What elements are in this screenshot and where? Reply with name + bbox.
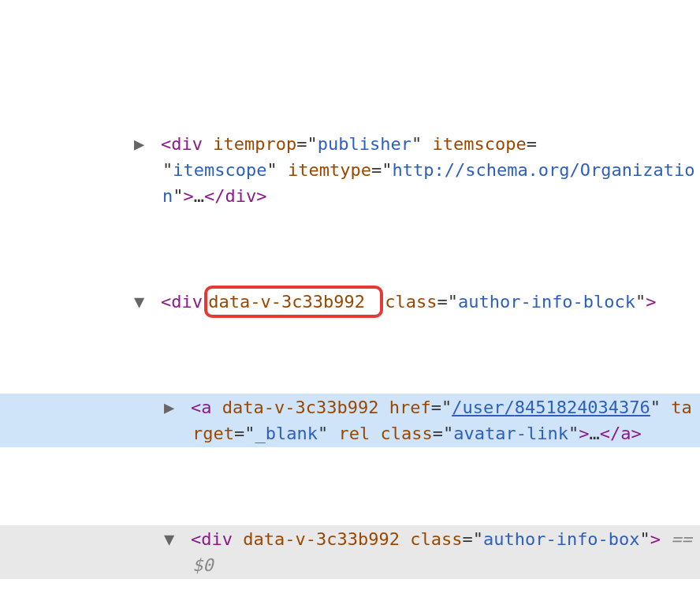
highlighted-attribute: data-v-3c33b992 xyxy=(204,286,383,318)
dom-node-avatar-link[interactable]: ▶<a data-v-3c33b992 href="/user/84518240… xyxy=(0,394,700,447)
href-link[interactable]: /user/8451824034376 xyxy=(452,398,650,417)
collapse-arrow-icon[interactable]: ▼ xyxy=(178,526,191,552)
expand-arrow-icon[interactable]: ▶ xyxy=(148,131,161,157)
expand-arrow-icon[interactable]: ▶ xyxy=(178,394,191,420)
dom-node-publisher[interactable]: ▶<div itemprop="publisher" itemscope="it… xyxy=(0,130,700,210)
dom-node-author-info-box[interactable]: ▼<div data-v-3c33b992 class="author-info… xyxy=(0,525,700,579)
collapse-arrow-icon[interactable]: ▼ xyxy=(148,289,161,315)
dom-node-author-info-block[interactable]: ▼<div data-v-3c33b992 class="author-info… xyxy=(0,288,700,316)
